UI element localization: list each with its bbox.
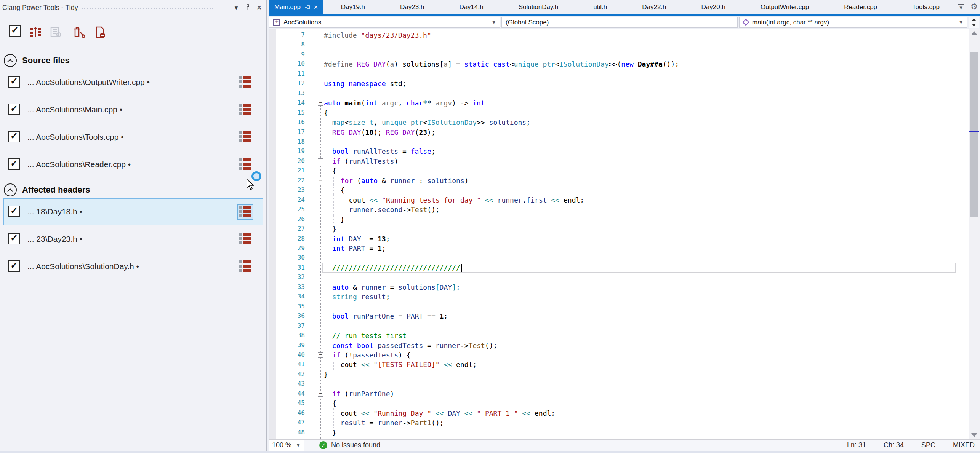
fold-collapse-box[interactable]: − bbox=[318, 100, 323, 106]
code-line-29[interactable]: 29int PART = 1; bbox=[269, 244, 969, 253]
tab-day14.h[interactable]: Day14.h bbox=[442, 0, 501, 14]
scroll-up-arrow[interactable] bbox=[971, 31, 977, 35]
file-checkbox[interactable] bbox=[8, 260, 20, 272]
code-line-46[interactable]: 46cout << "Running Day " << DAY << " PAR… bbox=[269, 408, 969, 418]
code-line-33[interactable]: 33auto & runner = solutions[DAY]; bbox=[269, 282, 969, 292]
code-line-27[interactable]: 27} bbox=[269, 224, 969, 234]
code-line-40[interactable]: 40−if (!passedTests) { bbox=[269, 350, 969, 360]
tidy-details-icon[interactable] bbox=[238, 103, 253, 117]
line-indicator[interactable]: Ln: 31 bbox=[847, 441, 866, 449]
code-line-28[interactable]: 28int DAY = 13; bbox=[269, 234, 969, 244]
scope-dropdown[interactable]: (Global Scope) bbox=[501, 17, 738, 28]
column-indicator[interactable]: Ch: 34 bbox=[884, 441, 904, 449]
zoom-selector[interactable]: 100 % ▼ bbox=[269, 440, 304, 451]
file-row[interactable]: ... 18\Day18.h • bbox=[3, 198, 263, 225]
tab-day20.h[interactable]: Day20.h bbox=[684, 0, 743, 14]
file-checkbox[interactable] bbox=[8, 104, 20, 115]
file-row[interactable]: ... AocSolutions\Main.cpp • bbox=[3, 96, 263, 123]
code-line-12[interactable]: 12using namespace std; bbox=[269, 79, 969, 88]
code-line-8[interactable]: 8 bbox=[269, 40, 969, 49]
code-line-32[interactable]: 32 bbox=[269, 273, 969, 282]
scroll-down-arrow[interactable] bbox=[971, 433, 977, 437]
tidy-details-icon[interactable] bbox=[238, 232, 253, 247]
section-header-affected-headers[interactable]: Affected headers bbox=[4, 183, 266, 196]
file-row[interactable]: ... AocSolutions\OutputWriter.cpp • bbox=[3, 69, 263, 96]
tab-outputwriter.cpp[interactable]: OutputWriter.cpp bbox=[743, 0, 826, 14]
code-line-11[interactable]: 11 bbox=[269, 69, 969, 79]
code-line-30[interactable]: 30 bbox=[269, 253, 969, 263]
code-line-31[interactable]: 31/////////////////////////////// bbox=[269, 263, 969, 273]
tab-util.h[interactable]: util.h bbox=[576, 0, 625, 14]
tidy-details-icon[interactable] bbox=[238, 75, 253, 90]
code-line-48[interactable]: 48} bbox=[269, 428, 969, 437]
tab-day19.h[interactable]: Day19.h bbox=[323, 0, 383, 14]
code-line-36[interactable]: 36bool runPartOne = PART == 1; bbox=[269, 311, 969, 321]
code-editor[interactable]: 7#include "days/23/Day23.h"8910#define R… bbox=[269, 29, 980, 439]
code-line-44[interactable]: 44−if (runPartOne) bbox=[269, 389, 969, 399]
file-checkbox[interactable] bbox=[8, 131, 20, 142]
section-header-source-files[interactable]: Source files bbox=[4, 54, 266, 67]
file-row[interactable]: ... AocSolutions\Reader.cpp • bbox=[3, 151, 263, 178]
spaces-indicator[interactable]: SPC bbox=[921, 441, 935, 449]
code-line-9[interactable]: 9 bbox=[269, 50, 969, 59]
file-checkbox[interactable] bbox=[8, 158, 20, 170]
code-line-39[interactable]: 39const bool passedTests = runner->Test(… bbox=[269, 341, 969, 350]
member-dropdown[interactable]: main(int argc, char ** argv) ▼ bbox=[739, 17, 967, 28]
fold-collapse-box[interactable]: − bbox=[318, 158, 323, 164]
tidy-details-icon[interactable] bbox=[238, 130, 253, 145]
pin-icon[interactable] bbox=[243, 3, 253, 13]
fold-collapse-box[interactable]: − bbox=[318, 352, 323, 358]
collapse-chevron-icon[interactable] bbox=[4, 183, 17, 196]
select-all-checkbox[interactable] bbox=[9, 25, 21, 37]
code-line-43[interactable]: 43 bbox=[269, 379, 969, 389]
code-line-14[interactable]: 14−auto main(int argc, char** argv) -> i… bbox=[269, 98, 969, 108]
code-line-38[interactable]: 38// run tests first bbox=[269, 331, 969, 340]
code-line-26[interactable]: 26} bbox=[269, 215, 969, 224]
file-checkbox[interactable] bbox=[8, 233, 20, 244]
close-icon[interactable]: ✕ bbox=[314, 4, 318, 10]
code-line-41[interactable]: 41cout << "[TESTS FAILED]" << endl; bbox=[269, 360, 969, 369]
tidy-details-icon[interactable] bbox=[238, 205, 253, 219]
project-dropdown[interactable]: AocSolutions ▼ bbox=[269, 17, 500, 28]
tidy-settings-icon[interactable] bbox=[29, 26, 42, 39]
tab-solutionday.h[interactable]: SolutionDay.h bbox=[501, 0, 576, 14]
code-line-22[interactable]: 22−for (auto & runner : solutions) bbox=[269, 176, 969, 185]
close-icon[interactable]: ✕ bbox=[254, 3, 264, 13]
code-line-7[interactable]: 7#include "days/23/Day23.h" bbox=[269, 30, 969, 40]
code-line-13[interactable]: 13 bbox=[269, 89, 969, 98]
code-line-24[interactable]: 24cout << "Running tests for day " << ru… bbox=[269, 195, 969, 205]
tidy-details-icon[interactable] bbox=[238, 158, 253, 172]
tab-main.cpp[interactable]: Main.cpp✕ bbox=[269, 0, 323, 14]
window-position-menu-icon[interactable]: ▾ bbox=[231, 3, 241, 13]
fold-collapse-box[interactable]: − bbox=[318, 178, 323, 183]
code-line-37[interactable]: 37 bbox=[269, 321, 969, 331]
code-line-25[interactable]: 25runner.second->Test(); bbox=[269, 205, 969, 214]
code-line-45[interactable]: 45{ bbox=[269, 399, 969, 408]
code-line-42[interactable]: 42} bbox=[269, 370, 969, 379]
code-line-16[interactable]: 16map<size_t, unique_ptr<ISolutionDay>> … bbox=[269, 118, 969, 127]
tab-day22.h[interactable]: Day22.h bbox=[625, 0, 684, 14]
split-editor-handle[interactable] bbox=[969, 17, 979, 28]
tab-tools.cpp[interactable]: Tools.cpp bbox=[895, 0, 957, 14]
panel-drag-grip[interactable] bbox=[81, 7, 213, 10]
tab-day23.h[interactable]: Day23.h bbox=[383, 0, 442, 14]
code-line-18[interactable]: 18 bbox=[269, 137, 969, 147]
file-row[interactable]: ... 23\Day23.h • bbox=[3, 225, 263, 253]
code-line-15[interactable]: 15{ bbox=[269, 108, 969, 118]
code-line-35[interactable]: 35 bbox=[269, 302, 969, 311]
gear-icon[interactable]: ⚙ bbox=[970, 2, 978, 11]
panel-title-bar[interactable]: Clang Power Tools - Tidy ▾ ✕ bbox=[0, 0, 266, 17]
code-line-17[interactable]: 17REG_DAY(18); REG_DAY(23); bbox=[269, 128, 969, 137]
collapse-chevron-icon[interactable] bbox=[4, 54, 17, 67]
file-checkbox[interactable] bbox=[8, 76, 20, 88]
code-line-21[interactable]: 21{ bbox=[269, 166, 969, 175]
code-line-20[interactable]: 20−if (runAllTests) bbox=[269, 156, 969, 166]
code-line-47[interactable]: 47result = runner->Part1(); bbox=[269, 418, 969, 427]
pin-icon[interactable] bbox=[304, 5, 310, 10]
health-check-icon[interactable]: ✓ bbox=[319, 441, 327, 449]
file-row[interactable]: ... AocSolutions\SolutionDay.h • bbox=[3, 253, 263, 280]
remove-file-icon[interactable] bbox=[94, 26, 107, 39]
code-line-34[interactable]: 34string result; bbox=[269, 292, 969, 301]
vertical-scrollbar[interactable] bbox=[969, 29, 980, 439]
code-line-19[interactable]: 19bool runAllTests = false; bbox=[269, 147, 969, 156]
